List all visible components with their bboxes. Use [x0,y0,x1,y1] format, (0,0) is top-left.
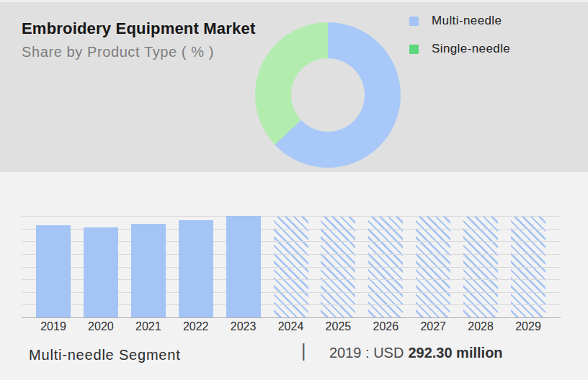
x-axis-label-2020: 2020 [77,320,125,333]
legend-swatch-icon [409,45,419,54]
bar-2022 [179,220,213,317]
x-axis-label-2023: 2023 [220,320,267,333]
value-annotation: 2019 : USD292.30 million [329,345,503,361]
bar-2021 [131,224,166,317]
market-infographic: Embroidery Equipment Market Share by Pro… [0,0,588,380]
legend-item-multi-needle: Multi-needle [409,12,510,30]
segment-label: Multi-needle Segment [29,347,181,363]
x-axis-label-2025: 2025 [314,320,362,333]
legend-label: Single-needle [432,42,510,56]
x-axis-label-2022: 2022 [172,320,220,333]
page-title: Embroidery Equipment Market [22,19,255,38]
x-axis-label-2026: 2026 [362,320,409,333]
x-axis-label-2029: 2029 [504,320,552,333]
value-prefix: 2019 : USD [329,345,404,361]
bar-chart-section: 2019202020212022202320242025202620272028… [0,172,588,380]
header-section: Embroidery Equipment Market Share by Pro… [0,0,588,172]
x-axis-label-2024: 2024 [267,320,315,333]
legend-item-single-needle: Single-needle [409,40,510,58]
x-axis-label-2019: 2019 [30,320,77,333]
x-axis-line [22,317,561,318]
donut-hole [291,58,365,132]
legend-label: Multi-needle [432,14,502,28]
bar-2023 [226,216,261,317]
separator-bar: | [301,340,306,361]
bar-2020 [84,227,118,318]
legend: Multi-needleSingle-needle [409,12,510,68]
x-axis-label-2027: 2027 [409,320,457,333]
x-axis-label-2021: 2021 [125,320,172,333]
x-axis-label-2028: 2028 [457,320,504,333]
legend-swatch-icon [409,17,419,26]
gridline [22,216,561,217]
donut-chart [255,22,401,168]
titles-block: Embroidery Equipment Market Share by Pro… [22,19,255,60]
bar-2019 [36,225,71,317]
page-subtitle: Share by Product Type ( % ) [22,44,255,60]
value-amount: 292.30 million [408,345,502,361]
